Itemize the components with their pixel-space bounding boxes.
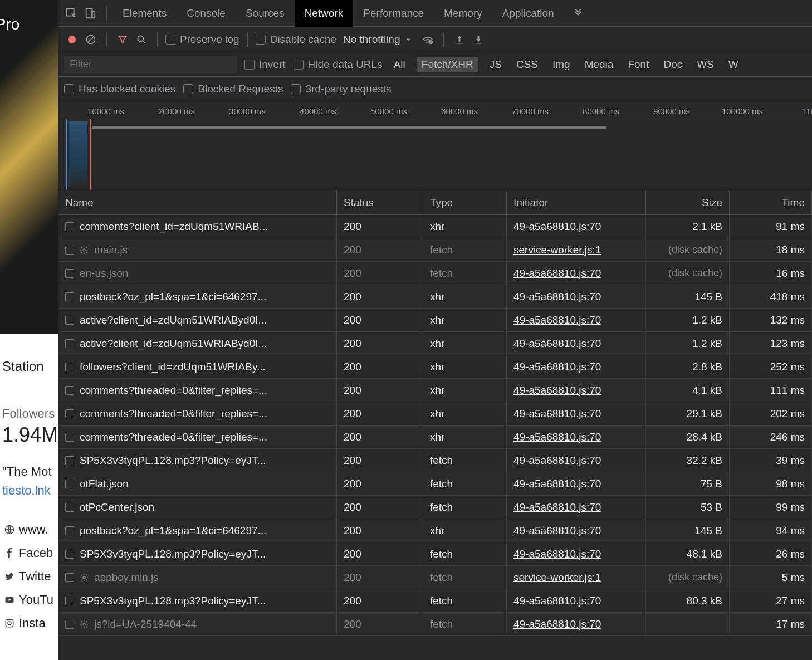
initiator-link[interactable]: 49-a5a68810.js:70 <box>513 291 601 303</box>
request-time: 98 ms <box>730 472 812 495</box>
initiator-link[interactable]: 49-a5a68810.js:70 <box>513 595 601 607</box>
device-toolbar-icon[interactable] <box>82 5 99 22</box>
initiator-link[interactable]: 49-a5a68810.js:70 <box>513 478 601 490</box>
table-row[interactable]: postback?oz_pl=1&spa=1&ci=646297...200xh… <box>58 285 812 309</box>
filter-media[interactable]: Media <box>581 57 617 72</box>
request-time: 27 ms <box>730 589 812 612</box>
initiator-link[interactable]: 49-a5a68810.js:70 <box>513 361 601 373</box>
request-status: 200 <box>337 379 423 402</box>
table-row[interactable]: postback?oz_pl=1&spa=1&ci=646297...200xh… <box>58 519 812 542</box>
gear-icon <box>80 620 89 629</box>
filter-css[interactable]: CSS <box>513 57 541 72</box>
filter-font[interactable]: Font <box>624 57 652 72</box>
initiator-link[interactable]: 49-a5a68810.js:70 <box>513 221 601 233</box>
export-har-icon[interactable] <box>471 32 486 47</box>
clear-icon[interactable] <box>83 32 99 47</box>
link-youtube[interactable]: YouTu <box>2 590 58 609</box>
requests-table-header: Name Status Type Initiator Size Time <box>58 190 812 215</box>
tab-application[interactable]: Application <box>492 0 564 27</box>
initiator-link[interactable]: 49-a5a68810.js:70 <box>513 525 601 537</box>
table-row[interactable]: appboy.min.js200fetchservice-worker.js:1… <box>58 566 812 589</box>
request-time: 99 ms <box>730 496 812 519</box>
third-party-checkbox[interactable]: 3rd-party requests <box>291 83 391 95</box>
col-header-initiator[interactable]: Initiator <box>507 190 646 214</box>
filter-wasm[interactable]: W <box>725 57 742 72</box>
requests-table-body[interactable]: comments?client_id=zdUqm51WRIAB...200xhr… <box>58 215 812 660</box>
table-row[interactable]: active?client_id=zdUqm51WRIAByd0I...200x… <box>58 332 812 355</box>
initiator-link[interactable]: 49-a5a68810.js:70 <box>513 408 601 420</box>
facebook-icon <box>4 548 14 558</box>
initiator-link[interactable]: 49-a5a68810.js:70 <box>513 384 601 397</box>
col-header-type[interactable]: Type <box>423 190 507 214</box>
filter-icon[interactable] <box>115 32 130 47</box>
table-row[interactable]: SP5X3v3tyqPL.128.mp3?Policy=eyJT...200fe… <box>58 449 812 472</box>
filter-fetchxhr[interactable]: Fetch/XHR <box>417 57 478 72</box>
filter-input[interactable] <box>64 56 237 73</box>
filter-img[interactable]: Img <box>549 57 574 72</box>
tab-sources[interactable]: Sources <box>236 0 295 27</box>
request-time: 94 ms <box>730 519 812 542</box>
link-twitter[interactable]: Twitte <box>2 567 58 586</box>
table-row[interactable]: js?id=UA-2519404-44200fetch49-a5a68810.j… <box>58 613 812 636</box>
link-instagram[interactable]: Insta <box>2 614 58 633</box>
link-web[interactable]: www. <box>2 520 58 539</box>
table-row[interactable]: en-us.json200fetch49-a5a68810.js:70(disk… <box>58 262 812 285</box>
link-facebook[interactable]: Faceb <box>2 544 58 563</box>
tab-memory[interactable]: Memory <box>434 0 492 27</box>
filter-all[interactable]: All <box>390 57 409 72</box>
col-header-name[interactable]: Name <box>58 190 337 214</box>
table-row[interactable]: comments?client_id=zdUqm51WRIAB...200xhr… <box>58 215 812 238</box>
blocked-cookies-checkbox[interactable]: Has blocked cookies <box>64 83 175 95</box>
tab-network[interactable]: Network <box>295 0 354 27</box>
record-icon[interactable] <box>64 32 80 47</box>
bio-link[interactable]: tiesto.lnk <box>0 481 58 500</box>
table-row[interactable]: SP5X3v3tyqPL.128.mp3?Policy=eyJT...200fe… <box>58 589 812 613</box>
initiator-link[interactable]: 49-a5a68810.js:70 <box>513 454 601 467</box>
col-header-time[interactable]: Time <box>730 190 812 214</box>
table-row[interactable]: SP5X3v3tyqPL.128.mp3?Policy=eyJT...200fe… <box>58 542 812 566</box>
table-row[interactable]: comments?threaded=0&filter_replies=...20… <box>58 402 812 426</box>
table-row[interactable]: comments?threaded=0&filter_replies=...20… <box>58 426 812 449</box>
table-row[interactable]: comments?threaded=0&filter_replies=...20… <box>58 379 812 402</box>
table-row[interactable]: followers?client_id=zdUqm51WRIABy...200x… <box>58 355 812 379</box>
initiator-link[interactable]: 49-a5a68810.js:70 <box>513 431 601 443</box>
table-row[interactable]: main.js200fetchservice-worker.js:1(disk … <box>58 238 812 262</box>
initiator-link[interactable]: 49-a5a68810.js:70 <box>513 618 601 630</box>
search-icon[interactable] <box>134 32 149 47</box>
col-header-status[interactable]: Status <box>337 190 423 214</box>
preserve-log-checkbox[interactable]: Preserve log <box>165 33 239 46</box>
request-type: fetch <box>423 449 507 472</box>
tab-elements[interactable]: Elements <box>112 0 177 27</box>
inspect-element-icon[interactable] <box>63 5 80 22</box>
col-header-size[interactable]: Size <box>646 190 730 214</box>
request-name: SP5X3v3tyqPL.128.mp3?Policy=eyJT... <box>80 454 266 467</box>
table-row[interactable]: otPcCenter.json200fetch49-a5a68810.js:70… <box>58 496 812 519</box>
invert-checkbox[interactable]: Invert <box>244 58 286 71</box>
initiator-link[interactable]: 49-a5a68810.js:70 <box>513 338 601 350</box>
initiator-link[interactable]: 49-a5a68810.js:70 <box>513 314 601 326</box>
table-row[interactable]: otFlat.json200fetch49-a5a68810.js:7075 B… <box>58 472 812 496</box>
table-row[interactable]: active?client_id=zdUqm51WRIAByd0I...200x… <box>58 309 812 332</box>
filter-js[interactable]: JS <box>486 57 505 72</box>
devtools-panel: Elements Console Sources Network Perform… <box>58 0 812 660</box>
station-button[interactable]: Station <box>0 356 58 377</box>
hide-data-urls-checkbox[interactable]: Hide data URLs <box>294 58 383 71</box>
tab-console[interactable]: Console <box>177 0 236 27</box>
filter-ws[interactable]: WS <box>693 57 717 72</box>
initiator-link[interactable]: 49-a5a68810.js:70 <box>513 548 601 560</box>
filter-doc[interactable]: Doc <box>660 57 686 72</box>
network-timeline[interactable]: 10000 ms20000 ms30000 ms40000 ms50000 ms… <box>58 101 812 190</box>
network-conditions-icon[interactable] <box>420 32 436 47</box>
more-tabs-chevron-icon[interactable] <box>570 5 586 22</box>
initiator-link[interactable]: 49-a5a68810.js:70 <box>513 267 601 280</box>
initiator-link[interactable]: service-worker.js:1 <box>513 244 601 256</box>
request-type: xhr <box>423 519 507 542</box>
initiator-link[interactable]: service-worker.js:1 <box>513 571 601 584</box>
throttle-select[interactable]: No throttling <box>340 33 417 46</box>
tab-performance[interactable]: Performance <box>353 0 434 27</box>
timeline-tick: 90000 ms <box>653 106 690 116</box>
import-har-icon[interactable] <box>452 32 467 47</box>
blocked-requests-checkbox[interactable]: Blocked Requests <box>183 83 283 95</box>
initiator-link[interactable]: 49-a5a68810.js:70 <box>513 501 601 514</box>
disable-cache-checkbox[interactable]: Disable cache <box>256 33 336 46</box>
